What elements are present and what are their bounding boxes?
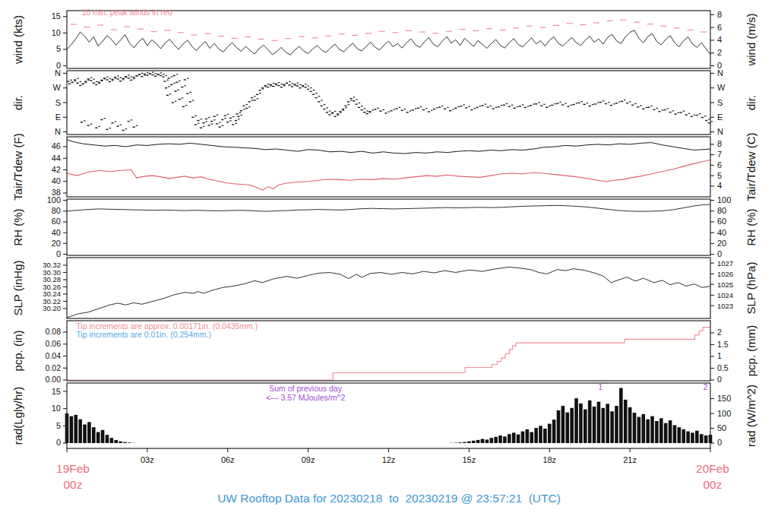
tair-right-tick-label: 7 xyxy=(717,150,722,159)
tair-right-axis-label: Tair/Tdew (C) xyxy=(745,132,757,201)
slp-panel-border xyxy=(67,258,710,318)
chart-title: UW Rooftop Data for 20230218 to 20230219… xyxy=(0,492,778,505)
tair-left-axis-label: Tair/Tdew (F) xyxy=(11,133,24,200)
wind-left-tick-label: 5 xyxy=(56,44,61,53)
pcp-right-tick-label: 0 xyxy=(717,375,722,384)
dir-left-tick-label: N xyxy=(55,68,61,78)
wind-panel-border xyxy=(67,11,710,68)
pcp-right-tick-label: 2 xyxy=(717,328,722,337)
rad-right-tick-label: 0 xyxy=(717,438,722,447)
x-tick-date-sublabel: 00z xyxy=(704,478,723,491)
panel-rh: 020406080100020406080100RH (%)RH (%) xyxy=(11,195,757,258)
tair-left-tick-label: 44 xyxy=(52,154,61,163)
dir-right-axis: NESWN xyxy=(710,68,726,136)
pcp-left-tick-label: 0.08 xyxy=(46,327,62,336)
tair-panel-border xyxy=(67,137,710,197)
panel-dir: NESWNNESWNdir.dir. xyxy=(11,68,757,136)
wind-right-tick-label: 4 xyxy=(717,35,722,44)
slp-right-tick-label: 1027 xyxy=(717,259,733,268)
rh-right-tick-label: 40 xyxy=(717,228,726,237)
radiation-sum-note-line1: Sum of previous day xyxy=(269,384,342,393)
dir-panel-border xyxy=(67,71,710,135)
rad-left-tick-label: 10 xyxy=(52,404,61,413)
pcp-right-tick-label: 1 xyxy=(717,351,722,360)
radiation-sum-note-line2: <--- 3.57 MJoules/m^2 xyxy=(266,393,346,402)
wind-speed-kts-trace xyxy=(67,30,710,55)
rh-right-tick-label: 0 xyxy=(717,249,722,258)
rh-left-tick-label: 40 xyxy=(52,228,61,237)
rad-right-tick-label: 50 xyxy=(717,423,726,432)
rad-left-tick-label: 0 xyxy=(56,438,61,447)
x-tick-label: 18z xyxy=(542,455,556,464)
radiation-marker-2: 2 xyxy=(704,383,708,391)
rh-right-axis-label: RH (%) xyxy=(745,208,757,245)
dewpoint-f-trace xyxy=(67,160,710,191)
tair-right-tick-label: 5 xyxy=(717,171,722,180)
relative-humidity-pct-trace xyxy=(67,204,710,211)
wind-right-tick-label: 2 xyxy=(717,48,722,57)
x-tick-date-label: 20Feb xyxy=(696,462,729,475)
pcp-right-tick-label: 0.5 xyxy=(717,363,729,372)
x-tick-label: 12z xyxy=(382,455,396,464)
x-tick-date-sublabel: 00z xyxy=(64,478,83,491)
panel-tair: 384042444645678Tair/Tdew (F)Tair/Tdew (C… xyxy=(11,132,757,201)
slp-left-tick-label: 30.26 xyxy=(43,283,61,291)
tair-left-axis: 3840424446 xyxy=(52,141,67,197)
rad-panel-border xyxy=(67,383,710,448)
dir-left-axis-label: dir. xyxy=(11,95,24,110)
wind-right-axis: 02468 xyxy=(710,10,722,70)
uw-rooftop-meteogram: 05101502468wind (kts)wind (m/s)10 min. p… xyxy=(0,0,778,532)
rad-left-axis-label: rad(Lgly/hr) xyxy=(11,387,24,445)
rad-right-tick-label: 100 xyxy=(717,409,731,418)
panel-rad: 051015050100150rad(Lgly/hr)rad (W/m^2)Su… xyxy=(11,383,757,448)
slp-left-axis: 30.2030.2230.2430.2630.2830.3030.32 xyxy=(43,261,67,312)
peak-wind-kts-dashes xyxy=(71,20,707,40)
air-temperature-f-trace xyxy=(67,140,710,154)
slp-right-axis-label: SLP (hPa) xyxy=(745,262,757,315)
rh-left-tick-label: 80 xyxy=(52,206,61,215)
wind-direction-deg-points xyxy=(67,71,713,131)
rad-right-axis: 050100150 xyxy=(710,394,731,447)
panel-slp: 30.2030.2230.2430.2630.2830.3030.3210231… xyxy=(11,258,757,318)
dir-right-tick-label: E xyxy=(717,112,723,122)
rh-right-tick-label: 100 xyxy=(717,195,731,204)
slp-right-tick-label: 1025 xyxy=(717,280,733,289)
dir-right-tick-label: W xyxy=(717,83,726,92)
panel-pcp: 0.000.020.040.060.0800.511.52pcp. (in)pc… xyxy=(11,321,757,384)
slp-left-tick-label: 30.28 xyxy=(43,275,61,283)
pcp-left-axis: 0.000.020.040.060.08 xyxy=(46,327,67,384)
pcp-left-tick-label: 0.04 xyxy=(46,351,62,360)
rh-left-axis-label: RH (%) xyxy=(11,208,24,245)
slp-left-tick-label: 30.30 xyxy=(43,268,61,277)
rad-right-axis-label: rad (W/m^2) xyxy=(745,385,757,447)
rad-left-tick-label: 15 xyxy=(52,387,61,396)
dir-right-tick-label: N xyxy=(717,127,723,136)
pcp-right-axis-label: pcp. (mm) xyxy=(745,325,757,377)
rh-right-tick-label: 60 xyxy=(717,217,726,226)
x-tick-label: 06z xyxy=(221,455,235,464)
rh-left-axis: 020406080100 xyxy=(47,195,67,258)
rad-left-axis: 051015 xyxy=(52,387,67,448)
tair-right-tick-label: 4 xyxy=(717,181,722,190)
tair-left-tick-label: 40 xyxy=(52,176,61,185)
peak-winds-note: 10 min. peak winds in red xyxy=(81,8,172,17)
dir-left-tick-label: W xyxy=(53,83,62,92)
wind-right-axis-label: wind (m/s) xyxy=(745,13,757,66)
dir-right-axis-label: dir. xyxy=(745,95,757,110)
slp-right-tick-label: 1024 xyxy=(717,291,733,299)
x-tick-label: 15z xyxy=(463,455,476,464)
pcp-left-tick-label: 0.02 xyxy=(46,363,62,372)
pcp-left-axis-label: pcp. (in) xyxy=(11,330,24,371)
pcp-right-tick-label: 1.5 xyxy=(717,340,729,349)
rh-left-tick-label: 60 xyxy=(52,217,61,226)
x-tick-label: 09z xyxy=(302,455,315,464)
pcp-left-tick-label: 0.06 xyxy=(46,339,62,348)
slp-right-tick-label: 1026 xyxy=(717,270,733,278)
wind-left-tick-label: 15 xyxy=(52,11,61,21)
pcp-left-tick-label: 0.00 xyxy=(46,375,62,384)
solar-radiation-lglyhr-bars xyxy=(65,388,713,442)
slp-left-tick-label: 30.20 xyxy=(43,304,61,312)
slp-left-tick-label: 30.22 xyxy=(43,297,61,306)
wind-left-tick-label: 10 xyxy=(52,28,61,37)
tair-right-tick-label: 8 xyxy=(717,139,722,148)
